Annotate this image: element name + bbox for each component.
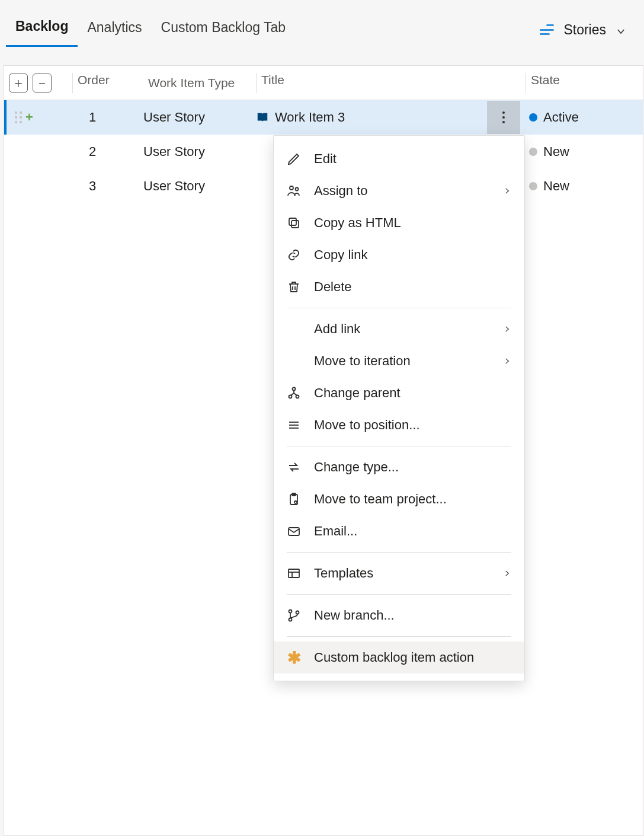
state-label: New xyxy=(543,178,569,194)
menu-item-label: Delete xyxy=(314,279,352,295)
assign-icon xyxy=(287,184,301,198)
menu-item-label: Change type... xyxy=(314,460,399,475)
menu-item-move-to-team-project[interactable]: Move to team project... xyxy=(274,483,524,515)
menu-item-templates[interactable]: Templates xyxy=(274,557,524,589)
cell-order: 3 xyxy=(72,178,143,194)
more-vertical-icon xyxy=(502,111,505,123)
menu-item-copy-as-html[interactable]: Copy as HTML xyxy=(274,207,524,239)
menu-item-label: Templates xyxy=(314,566,373,581)
menu-separator xyxy=(287,636,511,637)
cell-type: User Story xyxy=(143,144,256,159)
chevron-down-icon xyxy=(616,24,626,35)
state-dot-icon xyxy=(529,182,537,190)
work-item-title: Work Item 3 xyxy=(275,110,345,125)
menu-separator xyxy=(287,308,511,308)
chevron-right-icon xyxy=(503,321,511,337)
menu-item-move-to-iteration[interactable]: Move to iteration xyxy=(274,345,524,377)
chevron-right-icon xyxy=(503,183,511,199)
collapse-all-button[interactable]: － xyxy=(33,74,52,92)
menu-item-custom-backlog-item-action[interactable]: ✱Custom backlog item action xyxy=(274,642,524,674)
user-story-icon xyxy=(256,111,269,124)
column-header-state[interactable]: State xyxy=(526,73,644,93)
cell-state: New xyxy=(526,178,644,194)
cell-state: Active xyxy=(526,110,644,125)
state-label: New xyxy=(543,144,569,159)
menu-item-label: Assign to xyxy=(314,183,368,199)
tab-custom-backlog[interactable]: Custom Backlog Tab xyxy=(152,14,296,46)
menu-item-delete[interactable]: Delete xyxy=(274,271,524,303)
backlog-level-icon xyxy=(540,24,554,35)
row-actions-button[interactable] xyxy=(487,101,520,134)
copy-icon xyxy=(287,216,301,230)
menu-item-label: Move to iteration xyxy=(314,353,411,369)
menu-item-change-type[interactable]: Change type... xyxy=(274,451,524,483)
menu-separator xyxy=(287,552,511,553)
cell-type: User Story xyxy=(143,178,256,194)
add-child-button[interactable]: + xyxy=(25,110,33,125)
menu-item-label: Email... xyxy=(314,524,357,539)
cell-title[interactable]: Work Item 3 xyxy=(256,110,487,125)
menu-item-label: Custom backlog item action xyxy=(314,650,474,665)
menu-item-edit[interactable]: Edit xyxy=(274,143,524,175)
cell-order: 1 xyxy=(72,110,143,125)
column-header-title[interactable]: Title xyxy=(256,73,487,93)
menu-item-assign-to[interactable]: Assign to xyxy=(274,175,524,207)
menu-item-label: Copy link xyxy=(314,247,367,263)
state-dot-icon xyxy=(529,148,537,156)
menu-separator xyxy=(287,446,511,446)
asterisk-icon: ✱ xyxy=(287,648,301,668)
menu-item-label: Move to team project... xyxy=(314,492,447,507)
cell-order: 2 xyxy=(72,144,143,159)
backlog-row[interactable]: + 1 User Story Work Item 3 Active xyxy=(4,100,643,135)
lines-icon xyxy=(287,418,301,432)
column-header-type[interactable]: Work Item Type xyxy=(143,76,256,90)
tab-analytics[interactable]: Analytics xyxy=(78,14,151,46)
cell-type: User Story xyxy=(143,110,256,125)
tab-backlog[interactable]: Backlog xyxy=(6,12,78,47)
menu-item-label: Copy as HTML xyxy=(314,215,401,231)
menu-item-label: Edit xyxy=(314,151,337,167)
menu-item-label: Change parent xyxy=(314,385,401,401)
menu-item-email[interactable]: Email... xyxy=(274,515,524,547)
mail-icon xyxy=(287,524,301,538)
grid-header-row: ＋ － Order Work Item Type Title State xyxy=(4,66,643,100)
edit-icon xyxy=(287,152,301,166)
state-dot-icon xyxy=(529,113,537,122)
menu-item-label: New branch... xyxy=(314,608,395,623)
menu-item-label: Add link xyxy=(314,321,360,337)
clipboard-icon xyxy=(287,492,301,506)
menu-separator xyxy=(287,594,511,595)
work-item-context-menu: EditAssign toCopy as HTMLCopy linkDelete… xyxy=(273,135,525,681)
menu-item-add-link[interactable]: Add link xyxy=(274,313,524,345)
column-header-order[interactable]: Order xyxy=(72,73,143,93)
link-icon xyxy=(287,248,301,262)
template-icon xyxy=(287,566,301,580)
branch-icon xyxy=(287,608,301,623)
menu-item-new-branch[interactable]: New branch... xyxy=(274,599,524,631)
expand-all-button[interactable]: ＋ xyxy=(9,74,28,92)
menu-item-label: Move to position... xyxy=(314,417,420,433)
swap-icon xyxy=(287,460,301,474)
menu-item-copy-link[interactable]: Copy link xyxy=(274,239,524,271)
tree-icon xyxy=(287,386,301,400)
cell-state: New xyxy=(526,144,644,159)
trash-icon xyxy=(287,280,301,294)
menu-item-move-to-position[interactable]: Move to position... xyxy=(274,409,524,441)
state-label: Active xyxy=(543,110,579,125)
menu-item-change-parent[interactable]: Change parent xyxy=(274,377,524,409)
chevron-right-icon xyxy=(503,566,511,581)
backlog-level-label: Stories xyxy=(563,22,606,38)
drag-handle-icon[interactable] xyxy=(15,111,22,123)
pivot-tabs: Backlog Analytics Custom Backlog Tab Sto… xyxy=(0,0,644,47)
backlog-level-selector[interactable]: Stories xyxy=(540,22,638,38)
chevron-right-icon xyxy=(503,353,511,369)
